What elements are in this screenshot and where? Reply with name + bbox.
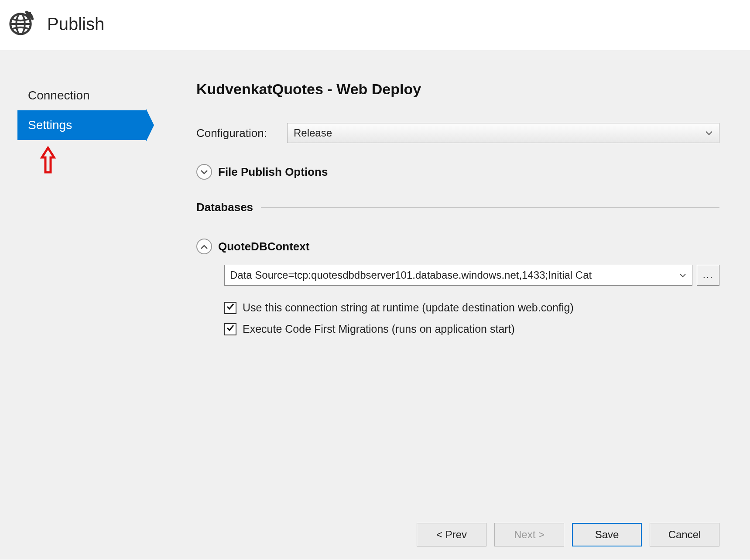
sidebar-item-settings[interactable]: Settings (17, 110, 146, 140)
annotation-arrow-icon (39, 145, 153, 178)
next-button: Next > (494, 523, 564, 546)
cancel-button[interactable]: Cancel (650, 523, 719, 546)
use-runtime-checkbox-row: Use this connection string at runtime (u… (224, 301, 719, 314)
dialog-header: Publish (0, 0, 750, 50)
divider (261, 207, 719, 208)
globe-publish-icon (8, 10, 35, 39)
prev-button[interactable]: < Prev (417, 523, 486, 546)
configuration-select[interactable]: Release (287, 123, 719, 143)
browse-connection-button[interactable]: ... (697, 265, 719, 286)
main-panel: KudvenkatQuotes - Web Deploy Configurati… (153, 81, 750, 560)
connection-string-input[interactable] (225, 269, 692, 281)
sidebar-item-connection[interactable]: Connection (17, 81, 146, 110)
connection-string-combo[interactable] (224, 265, 692, 286)
databases-label: Databases (196, 201, 253, 214)
use-runtime-checkbox[interactable] (224, 302, 236, 314)
page-heading: KudvenkatQuotes - Web Deploy (196, 81, 719, 98)
dialog-footer: < Prev Next > Save Cancel (417, 523, 719, 546)
checkmark-icon (226, 324, 235, 335)
configuration-select-wrap: Release (287, 123, 719, 143)
file-publish-options-row: File Publish Options (196, 164, 719, 180)
execute-migrations-checkbox-row: Execute Code First Migrations (runs on a… (224, 323, 719, 335)
chevron-down-icon (201, 167, 208, 177)
checkmark-icon (226, 302, 235, 313)
save-button[interactable]: Save (572, 523, 642, 546)
configuration-label: Configuration: (196, 126, 275, 140)
ellipsis-label: ... (703, 270, 713, 280)
button-label: < Prev (436, 529, 467, 540)
databases-section-header: Databases (196, 201, 719, 214)
database-context-group: QuoteDBContext ... (196, 239, 719, 335)
button-label: Save (595, 529, 619, 540)
sidebar-item-label: Settings (28, 118, 72, 132)
sidebar-item-label: Connection (28, 89, 90, 102)
execute-migrations-label: Execute Code First Migrations (runs on a… (243, 323, 515, 335)
expand-file-publish-button[interactable] (196, 164, 212, 180)
sidebar: Connection Settings (0, 81, 153, 560)
execute-migrations-checkbox[interactable] (224, 323, 236, 335)
connection-string-row: ... (224, 265, 719, 286)
button-label: Cancel (668, 529, 701, 540)
file-publish-options-label: File Publish Options (218, 165, 328, 179)
chevron-up-icon (201, 242, 208, 251)
use-runtime-label: Use this connection string at runtime (u… (243, 301, 574, 314)
db-context-label: QuoteDBContext (218, 240, 309, 253)
collapse-db-context-button[interactable] (196, 239, 212, 254)
configuration-value: Release (294, 127, 332, 139)
button-label: Next > (514, 529, 545, 540)
content-area: Connection Settings KudvenkatQuotes - We… (0, 50, 750, 560)
dialog-title: Publish (47, 14, 104, 34)
configuration-row: Configuration: Release (196, 123, 719, 143)
